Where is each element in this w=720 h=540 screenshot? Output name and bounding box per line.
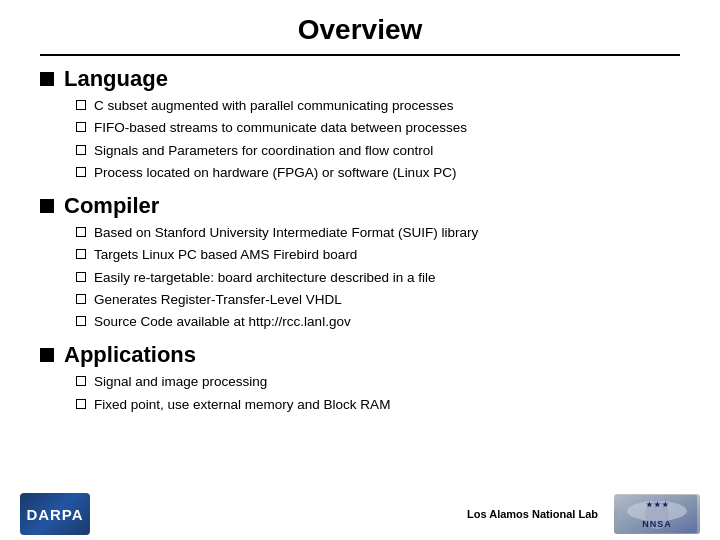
darpa-label: DARPA [26, 506, 83, 523]
los-alamos-label: Los Alamos National Lab [467, 507, 598, 521]
items-language: C subset augmented with parallel communi… [40, 96, 680, 183]
bottom-bar: DARPA Los Alamos National Lab [0, 488, 720, 540]
item-text: Targets Linux PC based AMS Firebird boar… [94, 245, 357, 265]
list-item: Targets Linux PC based AMS Firebird boar… [76, 245, 680, 265]
item-bullet-icon [76, 272, 86, 282]
item-bullet-icon [76, 145, 86, 155]
item-bullet-icon [76, 376, 86, 386]
nnsa-logo: ★ ★ ★ NNSA [614, 494, 700, 534]
list-item: Signals and Parameters for coordination … [76, 141, 680, 161]
item-bullet-icon [76, 100, 86, 110]
section-title-language: Language [64, 66, 168, 92]
list-item: Process located on hardware (FPGA) or so… [76, 163, 680, 183]
svg-text:NNSA: NNSA [642, 519, 672, 529]
list-item: C subset augmented with parallel communi… [76, 96, 680, 116]
item-bullet-icon [76, 227, 86, 237]
items-applications: Signal and image processingFixed point, … [40, 372, 680, 415]
section-bullet-language [40, 72, 54, 86]
list-item: Easily re-targetable: board architecture… [76, 268, 680, 288]
item-text: Process located on hardware (FPGA) or so… [94, 163, 456, 183]
sections-container: LanguageC subset augmented with parallel… [40, 66, 680, 425]
item-bullet-icon [76, 167, 86, 177]
item-text: Easily re-targetable: board architecture… [94, 268, 435, 288]
item-bullet-icon [76, 122, 86, 132]
item-text: Signals and Parameters for coordination … [94, 141, 433, 161]
item-text: FIFO-based streams to communicate data b… [94, 118, 467, 138]
page: Overview LanguageC subset augmented with… [0, 0, 720, 540]
list-item: FIFO-based streams to communicate data b… [76, 118, 680, 138]
logo-group: Los Alamos National Lab ★ ★ ★ [467, 494, 700, 534]
item-text: Based on Stanford University Intermediat… [94, 223, 478, 243]
darpa-logo: DARPA [20, 493, 90, 535]
title-area: Overview [40, 0, 680, 56]
section-compiler: CompilerBased on Stanford University Int… [40, 193, 680, 332]
section-applications: ApplicationsSignal and image processingF… [40, 342, 680, 415]
item-text: Generates Register-Transfer-Level VHDL [94, 290, 342, 310]
list-item: Source Code available at http://rcc.lanl… [76, 312, 680, 332]
section-title-applications: Applications [64, 342, 196, 368]
section-header-applications: Applications [40, 342, 680, 368]
item-text: Source Code available at http://rcc.lanl… [94, 312, 351, 332]
list-item: Generates Register-Transfer-Level VHDL [76, 290, 680, 310]
list-item: Fixed point, use external memory and Blo… [76, 395, 680, 415]
item-bullet-icon [76, 249, 86, 259]
item-text: Signal and image processing [94, 372, 267, 392]
section-header-language: Language [40, 66, 680, 92]
section-header-compiler: Compiler [40, 193, 680, 219]
item-text: Fixed point, use external memory and Blo… [94, 395, 390, 415]
svg-text:★ ★ ★: ★ ★ ★ [646, 501, 669, 508]
section-bullet-compiler [40, 199, 54, 213]
section-bullet-applications [40, 348, 54, 362]
items-compiler: Based on Stanford University Intermediat… [40, 223, 680, 332]
item-bullet-icon [76, 316, 86, 326]
list-item: Signal and image processing [76, 372, 680, 392]
item-text: C subset augmented with parallel communi… [94, 96, 453, 116]
item-bullet-icon [76, 399, 86, 409]
nnsa-icon: ★ ★ ★ NNSA [617, 495, 697, 533]
section-language: LanguageC subset augmented with parallel… [40, 66, 680, 183]
page-title: Overview [298, 14, 423, 45]
list-item: Based on Stanford University Intermediat… [76, 223, 680, 243]
section-title-compiler: Compiler [64, 193, 159, 219]
item-bullet-icon [76, 294, 86, 304]
